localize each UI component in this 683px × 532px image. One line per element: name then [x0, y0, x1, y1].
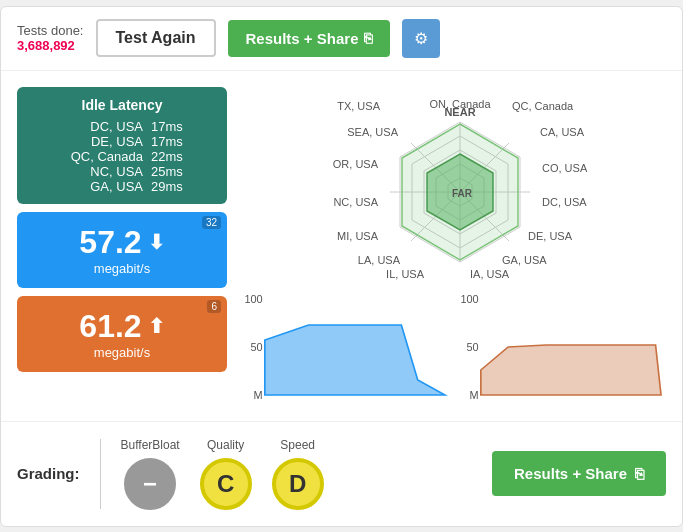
bufferbloat-grade-value: − [143, 470, 157, 498]
charts-row: 100 50 M 100 50 M [243, 295, 666, 405]
quality-grade-item: Quality C [200, 438, 252, 510]
latency-val-0: 17ms [151, 119, 191, 134]
svg-text:100: 100 [460, 295, 478, 305]
download-chart-area: 100 50 M [243, 295, 451, 405]
latency-val-2: 22ms [151, 149, 191, 164]
svg-text:M: M [469, 390, 478, 401]
main-content: Idle Latency DC, USA 17ms DE, USA 17ms Q… [1, 71, 682, 421]
upload-box: 6 61.2 ⬆ megabit/s [17, 296, 227, 372]
tests-done-section: Tests done: 3,688,892 [17, 23, 84, 53]
radar-loc-il: IL, USA [386, 268, 425, 280]
far-label: FAR [452, 187, 473, 198]
latency-loc-1: DE, USA [53, 134, 143, 149]
svg-text:M: M [254, 390, 263, 401]
bufferbloat-label: BufferBloat [121, 438, 180, 452]
download-icon: ⬇ [148, 230, 165, 254]
radar-loc-on: ON, Canada [429, 98, 491, 110]
idle-latency-title: Idle Latency [31, 97, 213, 113]
latency-row-3: NC, USA 25ms [31, 164, 213, 179]
right-panel: NEAR FAR ON, Canada QC, Canada TX, USA C… [243, 87, 666, 405]
bufferbloat-grade-item: BufferBloat − [121, 438, 180, 510]
upload-number: 61.2 [79, 308, 141, 345]
latency-val-1: 17ms [151, 134, 191, 149]
grading-section: Grading: BufferBloat − Quality C Speed D… [1, 421, 682, 526]
radar-loc-ia: IA, USA [470, 268, 510, 280]
radar-loc-sea: SEA, USA [347, 126, 398, 138]
bufferbloat-grade-circle: − [124, 458, 176, 510]
download-number: 57.2 [79, 224, 141, 261]
results-share-button-header[interactable]: Results + Share ⎘ [228, 20, 391, 57]
share-icon-header: ⎘ [364, 30, 372, 46]
radar-loc-de: DE, USA [528, 230, 573, 242]
latency-row-4: GA, USA 29ms [31, 179, 213, 194]
upload-icon: ⬆ [148, 314, 165, 338]
quality-label: Quality [207, 438, 244, 452]
radar-loc-la: LA, USA [357, 254, 400, 266]
radar-container: NEAR FAR ON, Canada QC, Canada TX, USA C… [243, 87, 666, 287]
download-box: 32 57.2 ⬇ megabit/s [17, 212, 227, 288]
share-icon-bottom: ⎘ [635, 465, 644, 482]
latency-val-3: 25ms [151, 164, 191, 179]
radar-loc-nc: NC, USA [333, 196, 378, 208]
latency-loc-3: NC, USA [53, 164, 143, 179]
svg-text:50: 50 [466, 342, 478, 353]
radar-loc-co: CO, USA [542, 162, 588, 174]
speed-grade-circle: D [272, 458, 324, 510]
upload-unit: megabit/s [31, 345, 213, 360]
radar-loc-ca: CA, USA [540, 126, 585, 138]
latency-val-4: 29ms [151, 179, 191, 194]
download-badge: 32 [202, 216, 221, 229]
radar-chart: NEAR FAR ON, Canada QC, Canada TX, USA C… [285, 87, 625, 287]
gear-icon: ⚙ [414, 30, 428, 47]
radar-loc-dc: DC, USA [542, 196, 587, 208]
radar-loc-tx: TX, USA [337, 100, 380, 112]
test-again-button[interactable]: Test Again [96, 19, 216, 57]
radar-loc-mi: MI, USA [337, 230, 379, 242]
results-share-label-header: Results + Share [246, 30, 359, 47]
results-share-button-bottom[interactable]: Results + Share ⎘ [492, 451, 666, 496]
radar-loc-or: OR, USA [332, 158, 378, 170]
download-speed-value: 57.2 ⬇ [31, 224, 213, 261]
upload-chart: 100 50 M [459, 295, 667, 405]
radar-loc-ga: GA, USA [502, 254, 547, 266]
header: Tests done: 3,688,892 Test Again Results… [1, 7, 682, 71]
speed-grade-item: Speed D [272, 438, 324, 510]
download-unit: megabit/s [31, 261, 213, 276]
tests-done-label: Tests done: [17, 23, 84, 38]
quality-grade-value: C [217, 470, 234, 498]
idle-latency-box: Idle Latency DC, USA 17ms DE, USA 17ms Q… [17, 87, 227, 204]
latency-row-2: QC, Canada 22ms [31, 149, 213, 164]
svg-marker-22 [480, 345, 660, 395]
app-container: Tests done: 3,688,892 Test Again Results… [0, 6, 683, 527]
upload-speed-value: 61.2 ⬆ [31, 308, 213, 345]
upload-badge: 6 [207, 300, 221, 313]
tests-done-count: 3,688,892 [17, 38, 84, 53]
grading-label: Grading: [17, 465, 80, 482]
latency-row-0: DC, USA 17ms [31, 119, 213, 134]
upload-chart-area: 100 50 M [459, 295, 667, 405]
speed-grade-value: D [289, 470, 306, 498]
svg-text:100: 100 [244, 295, 262, 305]
radar-loc-qc: QC, Canada [512, 100, 574, 112]
latency-row-1: DE, USA 17ms [31, 134, 213, 149]
latency-loc-4: GA, USA [53, 179, 143, 194]
quality-grade-circle: C [200, 458, 252, 510]
speed-label: Speed [280, 438, 315, 452]
gear-button[interactable]: ⚙ [402, 19, 440, 58]
download-chart: 100 50 M [243, 295, 451, 405]
latency-loc-2: QC, Canada [53, 149, 143, 164]
left-panel: Idle Latency DC, USA 17ms DE, USA 17ms Q… [17, 87, 227, 405]
results-share-label-bottom: Results + Share [514, 465, 627, 482]
svg-marker-18 [265, 325, 445, 395]
latency-loc-0: DC, USA [53, 119, 143, 134]
svg-text:50: 50 [251, 342, 263, 353]
grading-divider [100, 439, 101, 509]
